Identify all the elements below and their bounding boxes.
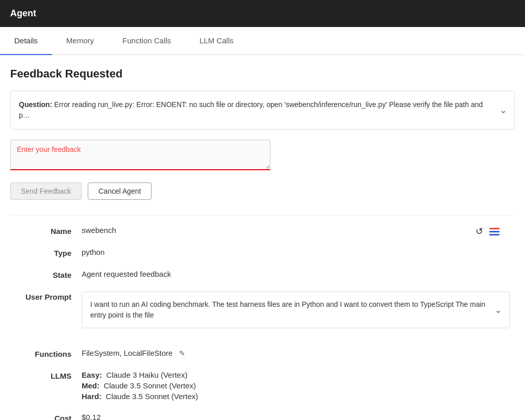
user-prompt-text: I want to run an AI coding benchmark. Th…	[90, 300, 485, 319]
section-title: Feedback Requested	[10, 67, 515, 81]
buttons-row: Send Feedback Cancel Agent	[10, 182, 515, 200]
app-title: Agent	[10, 8, 36, 18]
type-label: Type	[15, 248, 82, 257]
tab-memory[interactable]: Memory	[52, 27, 108, 55]
agent-info-table: Name swebench ↺ Type python State Agent …	[10, 226, 515, 420]
feedback-textarea[interactable]	[10, 140, 270, 170]
llm-easy-row: Easy: Claude 3 Haiku (Vertex)	[82, 371, 510, 379]
llm-med-label: Med:	[82, 381, 99, 390]
llm-hard-row: Hard: Claude 3.5 Sonnet (Vertex)	[82, 392, 510, 401]
question-text: Error reading run_live.py: Error: ENOENT…	[19, 100, 483, 119]
name-label: Name	[15, 226, 82, 235]
divider	[10, 215, 515, 216]
state-label: State	[15, 270, 82, 279]
info-row-user-prompt: User Prompt I want to run an AI coding b…	[15, 292, 510, 338]
question-label: Question:	[19, 100, 52, 109]
refresh-icon[interactable]: ↺	[476, 226, 483, 237]
main-content: Feedback Requested Question: Error readi…	[0, 55, 525, 420]
info-row-cost: Cost $0.12	[15, 413, 510, 420]
llm-med-row: Med: Claude 3.5 Sonnet (Vertex)	[82, 381, 510, 390]
info-row-type: Type python	[15, 248, 510, 257]
info-row-name: Name swebench ↺	[15, 226, 510, 235]
llm-med-value: Claude 3.5 Sonnet (Vertex)	[104, 381, 196, 390]
list-view-icon[interactable]	[489, 228, 499, 235]
info-row-functions: Functions FileSystem, LocalFileStore ✎	[15, 349, 510, 358]
name-value: swebench	[82, 226, 510, 234]
functions-value: FileSystem, LocalFileStore ✎	[82, 349, 510, 357]
feedback-area-wrapper	[10, 140, 515, 172]
info-row-state: State Agent requested feedback	[15, 270, 510, 279]
tab-details[interactable]: Details	[0, 27, 52, 55]
llm-hard-label: Hard:	[82, 392, 102, 401]
edit-icon[interactable]: ✎	[179, 349, 185, 357]
tab-bar: Details Memory Function Calls LLM Calls	[0, 27, 525, 55]
user-prompt-label: User Prompt	[15, 292, 82, 301]
llm-easy-value: Claude 3 Haiku (Vertex)	[106, 371, 187, 379]
cost-label: Cost	[15, 413, 82, 420]
state-value: Agent requested feedback	[82, 270, 510, 278]
type-value: python	[82, 248, 510, 256]
llms-value: Easy: Claude 3 Haiku (Vertex) Med: Claud…	[82, 371, 510, 401]
llm-hard-value: Claude 3.5 Sonnet (Vertex)	[106, 392, 198, 401]
tab-function-calls[interactable]: Function Calls	[108, 27, 185, 55]
question-box[interactable]: Question: Error reading run_live.py: Err…	[10, 91, 515, 129]
cancel-agent-button[interactable]: Cancel Agent	[88, 182, 152, 200]
tab-llm-calls[interactable]: LLM Calls	[185, 27, 248, 55]
functions-label: Functions	[15, 349, 82, 358]
send-feedback-button[interactable]: Send Feedback	[10, 182, 82, 200]
app-title-bar: Agent	[0, 0, 525, 27]
info-row-llms: LLMS Easy: Claude 3 Haiku (Vertex) Med: …	[15, 371, 510, 401]
cost-value: $0.12	[82, 413, 510, 420]
chevron-down-icon[interactable]: ⌄	[499, 103, 507, 117]
user-prompt-box[interactable]: I want to run an AI coding benchmark. Th…	[82, 292, 510, 328]
llms-label: LLMS	[15, 371, 82, 380]
llm-easy-label: Easy:	[82, 371, 102, 379]
user-prompt-chevron-icon[interactable]: ⌄	[494, 303, 502, 317]
